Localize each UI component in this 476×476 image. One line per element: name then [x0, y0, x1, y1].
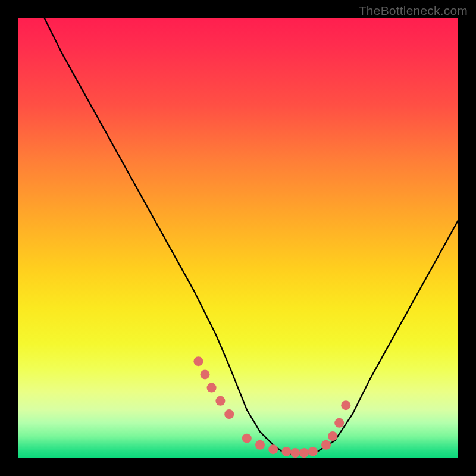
plot-area [18, 18, 458, 458]
sweet-spot-dot [334, 418, 344, 428]
sweet-spot-dot [255, 440, 265, 450]
sweet-spot-dot [207, 383, 217, 393]
chart-frame: TheBottleneck.com [0, 0, 476, 476]
sweet-spot-dot [242, 434, 252, 443]
sweet-spot-dot [215, 396, 225, 406]
sweet-spot-dot [224, 409, 234, 419]
sweet-spot-dot [328, 431, 337, 441]
bottleneck-curve [44, 18, 458, 454]
sweet-spot-dot [321, 440, 331, 450]
watermark-text: TheBottleneck.com [359, 4, 468, 18]
curve-layer [18, 18, 458, 458]
sweet-spot-dot [268, 444, 278, 454]
sweet-spot-dot [281, 447, 291, 456]
sweet-spot-dot [201, 369, 210, 379]
sweet-spot-dots [193, 356, 350, 458]
sweet-spot-dot [308, 447, 318, 456]
sweet-spot-dot [290, 448, 300, 458]
sweet-spot-dot [193, 356, 203, 366]
sweet-spot-dot [299, 448, 309, 458]
sweet-spot-dot [341, 400, 350, 410]
